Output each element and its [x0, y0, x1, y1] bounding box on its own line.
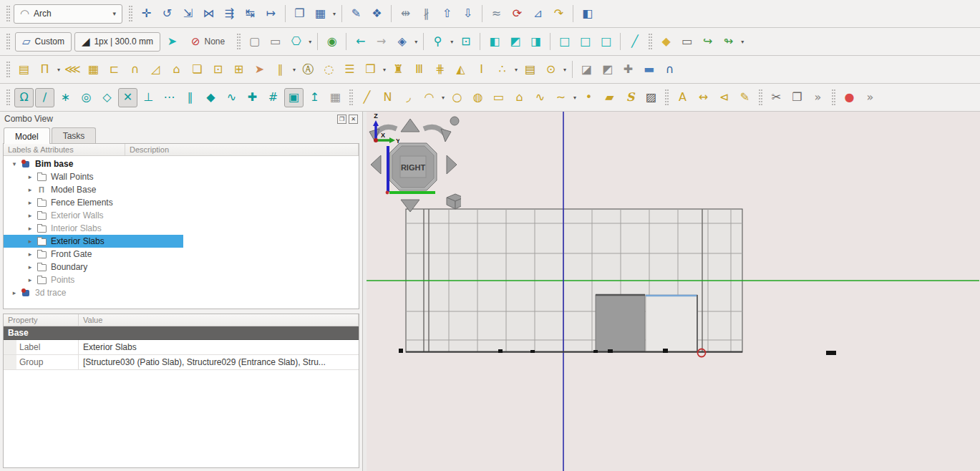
- tree-row[interactable]: ▸Exterior Slabs: [4, 235, 183, 248]
- view-fit-all-icon[interactable]: ⊡: [456, 32, 475, 52]
- draft-offset-icon[interactable]: ⇶: [220, 4, 239, 24]
- arch-axis-dropdown-icon[interactable]: ▾: [291, 67, 298, 73]
- draft-upgrade-icon[interactable]: ⇧: [437, 4, 457, 24]
- nav-forward-icon[interactable]: →: [372, 32, 391, 52]
- selection-filter-dropdown-icon[interactable]: ▾: [306, 39, 314, 45]
- arch-panel-icon[interactable]: ❒: [361, 60, 380, 79]
- arch-tag-icon[interactable]: ➤: [250, 60, 269, 79]
- draft-shape-2d-view-icon[interactable]: ◧: [578, 4, 597, 24]
- arch-stairs-icon[interactable]: ☰: [340, 60, 359, 79]
- tree-expand-icon[interactable]: ▾: [9, 160, 19, 167]
- property-group-base[interactable]: Base: [4, 326, 359, 340]
- arch-reference-icon[interactable]: ⊏: [105, 60, 124, 79]
- arch-section-mark-icon[interactable]: Ⓐ: [299, 60, 318, 79]
- tree-row[interactable]: ▸Wall Points: [4, 170, 359, 183]
- draft-polyline-icon[interactable]: N: [378, 88, 397, 107]
- copy-icon[interactable]: ❐: [787, 88, 807, 107]
- property-value[interactable]: Exterior Slabs: [79, 340, 359, 354]
- arch-cut-line-icon[interactable]: ◩: [598, 60, 617, 79]
- toolbar-drag-handle[interactable]: [759, 89, 762, 105]
- toolbar-overflow-icon[interactable]: »: [808, 88, 828, 107]
- tree-expand-icon[interactable]: ▸: [25, 263, 35, 271]
- view-front-icon[interactable]: ◧: [485, 32, 504, 52]
- make-sub-link-dropdown-icon[interactable]: ▾: [739, 39, 746, 45]
- snap-center-icon[interactable]: ◎: [77, 88, 96, 107]
- close-panel-icon[interactable]: ✕: [349, 115, 358, 124]
- property-value[interactable]: [Structure030 (Patio Slab), Structure029…: [79, 355, 359, 369]
- working-plane-button[interactable]: ▱ Custom: [15, 32, 72, 52]
- draft-slope-icon[interactable]: ⊿: [528, 4, 548, 24]
- view-bottom-icon[interactable]: □: [576, 32, 595, 52]
- snap-angle-icon[interactable]: ◇: [97, 88, 117, 107]
- draft-join-icon[interactable]: ⇹: [396, 4, 415, 24]
- line-style-button[interactable]: ◢ 1px | 300.0 mm: [74, 32, 160, 52]
- draft-rotate-icon[interactable]: ↺: [157, 4, 177, 24]
- arch-profile-icon[interactable]: Ⅰ: [472, 60, 491, 79]
- toolbar-drag-handle[interactable]: [6, 34, 10, 49]
- tree-row[interactable]: ▸Interior Slabs: [4, 222, 359, 235]
- draft-bezier-icon[interactable]: ∼: [551, 88, 571, 107]
- tree-row[interactable]: ▸Points: [4, 273, 359, 286]
- snap-lock-icon[interactable]: Ω: [14, 88, 34, 107]
- arch-schedule-icon[interactable]: ▤: [520, 60, 540, 79]
- draft-bezier-dropdown-icon[interactable]: ▾: [571, 94, 578, 101]
- arch-material-icon[interactable]: ∴: [493, 60, 512, 79]
- draft-downgrade-icon[interactable]: ⇩: [458, 4, 477, 24]
- workbench-selector[interactable]: ◠ Arch ▾: [14, 4, 122, 24]
- toolbar-overflow-icon[interactable]: »: [860, 88, 880, 107]
- tree-expand-icon[interactable]: ▸: [25, 212, 35, 219]
- tree-row[interactable]: ▸3d trace: [4, 286, 359, 299]
- draft-ellipse-icon[interactable]: ◍: [468, 88, 487, 107]
- arch-cut-plane-icon[interactable]: ◪: [577, 60, 596, 79]
- cut-icon[interactable]: ✂: [767, 88, 786, 107]
- draft-trimex-icon[interactable]: ↹: [241, 4, 260, 24]
- view-left-icon[interactable]: □: [596, 32, 616, 52]
- snap-dimensions-icon[interactable]: ↥: [305, 88, 324, 107]
- view-top-icon[interactable]: ◩: [505, 32, 525, 52]
- snap-endpoint-icon[interactable]: ∕: [35, 88, 54, 107]
- arch-roof-icon[interactable]: ◿: [146, 60, 165, 79]
- arch-curtain-wall-icon[interactable]: ▦: [84, 60, 103, 79]
- draft-array-dropdown-icon[interactable]: ▾: [331, 11, 338, 17]
- create-part-icon[interactable]: ◆: [656, 32, 676, 52]
- arch-axis-icon[interactable]: ∥: [271, 60, 290, 79]
- toolbar-drag-handle[interactable]: [6, 6, 10, 21]
- measure-icon[interactable]: ╱: [625, 32, 644, 52]
- arch-space-icon[interactable]: ◌: [319, 60, 339, 79]
- draft-circle-icon[interactable]: ○: [447, 88, 467, 107]
- draft-bspline-icon[interactable]: ∿: [530, 88, 550, 107]
- macro-record-icon[interactable]: ●: [840, 88, 859, 107]
- toolbar-drag-handle[interactable]: [665, 89, 669, 105]
- tree-expand-icon[interactable]: ▸: [25, 173, 35, 180]
- draft-text-icon[interactable]: A: [673, 88, 692, 107]
- arch-survey-icon[interactable]: ∩: [660, 60, 679, 79]
- draft-fillet-icon[interactable]: ◞: [399, 88, 418, 107]
- tree-expand-icon[interactable]: ▸: [9, 289, 19, 296]
- toolbar-drag-handle[interactable]: [349, 89, 353, 105]
- nav-back-icon[interactable]: ←: [351, 32, 370, 52]
- draft-arc-icon[interactable]: ◠: [419, 88, 439, 107]
- arch-truss-icon[interactable]: ◭: [451, 60, 470, 79]
- draft-arc-dropdown-icon[interactable]: ▾: [440, 94, 447, 101]
- tree-expand-icon[interactable]: ▸: [25, 238, 35, 245]
- arch-building-icon[interactable]: ⌂: [167, 60, 186, 79]
- selection-filter-icon[interactable]: ⎔: [286, 32, 306, 52]
- apply-style-icon[interactable]: ➤: [162, 32, 182, 52]
- draft-line-icon[interactable]: ╱: [357, 88, 377, 107]
- draft-split-icon[interactable]: ∦: [417, 4, 436, 24]
- snap-ortho-icon[interactable]: ✚: [243, 88, 262, 107]
- toolbar-drag-handle[interactable]: [832, 89, 835, 105]
- snap-midpoint-icon[interactable]: ∗: [56, 88, 75, 107]
- draft-flip-dimension-icon[interactable]: ↷: [549, 4, 568, 24]
- arch-window-icon[interactable]: ⊞: [229, 60, 248, 79]
- tree-row[interactable]: ▸Exterior Walls: [4, 209, 359, 222]
- tree-expand-icon[interactable]: ▸: [25, 186, 35, 193]
- draft-to-sketch-icon[interactable]: ⟳: [508, 4, 527, 24]
- draft-polygon-icon[interactable]: ⌂: [510, 88, 529, 107]
- tree-row[interactable]: ▸Front Gate: [4, 248, 359, 261]
- arch-pipe-icon[interactable]: ⊙: [541, 60, 561, 79]
- tree-expand-icon[interactable]: ▸: [25, 276, 35, 283]
- make-sub-link-icon[interactable]: ↬: [719, 32, 738, 52]
- draft-facebinder-icon[interactable]: ▰: [600, 88, 619, 107]
- arch-equipment-icon[interactable]: ♜: [389, 60, 408, 79]
